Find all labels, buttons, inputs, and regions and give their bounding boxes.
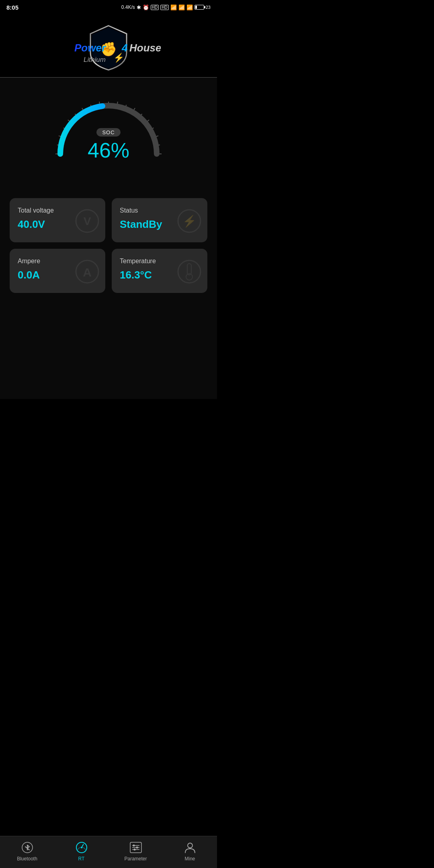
status-icons: 0.4K/s ✱ ⏰ HD HD 📶 📶 📶 23	[121, 4, 211, 10]
gauge-wrapper: SOC 46%	[48, 94, 169, 182]
network-speed: 0.4K/s	[121, 4, 135, 10]
wifi-icon: 📶	[186, 4, 193, 10]
svg-text:Power: Power	[74, 42, 106, 54]
battery-percent: 23	[206, 5, 211, 10]
hd-badge: HD	[151, 5, 159, 10]
logo-svg: ✊ ⚡ Power House Lithium 4	[56, 23, 161, 71]
svg-text:Lithium: Lithium	[84, 56, 106, 63]
status-card: Status StandBy ⚡	[112, 198, 207, 242]
gauge-center-text: SOC 46%	[88, 128, 129, 161]
total-voltage-card: Total voltage 40.0V V	[10, 198, 105, 242]
bluetooth-status-icon: ✱	[137, 4, 141, 10]
app-header: ✊ ⚡ Power House Lithium 4	[0, 14, 217, 78]
svg-text:A: A	[83, 266, 92, 279]
ampere-card: Ampere 0.0A A	[10, 249, 105, 293]
soc-value: 46%	[88, 139, 129, 162]
svg-text:⚡: ⚡	[113, 52, 125, 63]
alarm-icon: ⏰	[143, 4, 149, 10]
status-icon: ⚡	[175, 207, 203, 239]
svg-text:⚡: ⚡	[182, 215, 197, 228]
svg-rect-32	[187, 264, 191, 275]
ampere-icon: A	[73, 258, 101, 290]
main-content: SOC 46% Total voltage 40.0V V Status Sta…	[0, 78, 217, 399]
battery-icon	[194, 5, 204, 10]
status-bar: 8:05 0.4K/s ✱ ⏰ HD HD 📶 📶 📶 23	[0, 0, 217, 14]
logo-container: ✊ ⚡ Power House Lithium 4	[56, 23, 161, 71]
cards-grid: Total voltage 40.0V V Status StandBy ⚡	[10, 198, 207, 293]
gauge-container: SOC 46%	[10, 86, 207, 194]
temperature-icon	[175, 258, 203, 290]
svg-text:V: V	[84, 215, 91, 227]
soc-label: SOC	[96, 128, 120, 137]
svg-text:House: House	[129, 42, 161, 54]
hd-badge2: HD	[160, 5, 168, 10]
temperature-card: Temperature 16.3°C	[112, 249, 207, 293]
signal-icon2: 📶	[178, 4, 185, 10]
status-time: 8:05	[6, 4, 18, 11]
signal-icon: 📶	[170, 4, 177, 10]
nav-spacer	[10, 293, 207, 325]
svg-text:4: 4	[121, 42, 128, 54]
total-voltage-icon: V	[73, 207, 101, 239]
